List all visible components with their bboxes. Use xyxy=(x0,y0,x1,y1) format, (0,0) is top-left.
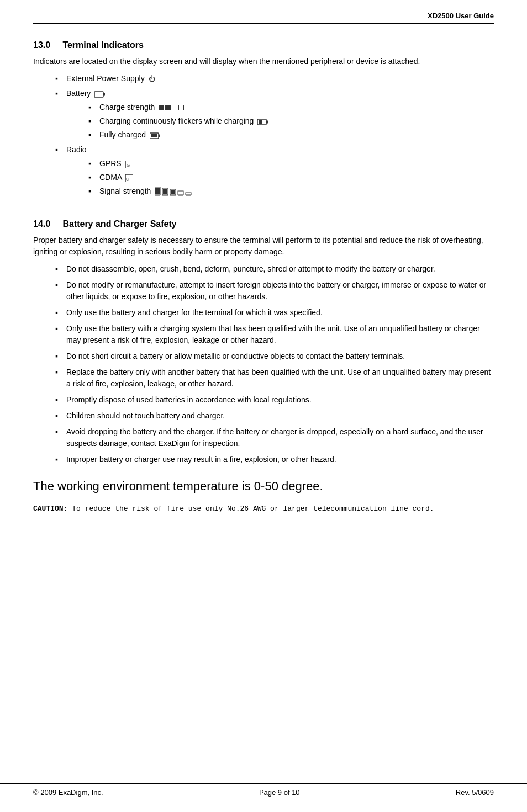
list-item-charging-flicker: Charging continuously flickers while cha… xyxy=(88,115,494,127)
list-item-fully-charged: Fully charged xyxy=(88,129,494,141)
external-power-supply-label: External Power Supply xyxy=(66,74,145,83)
charge-strength-icon xyxy=(159,105,184,110)
svg-rect-13 xyxy=(155,188,160,194)
safety-item-9: Avoid dropping the battery and the charg… xyxy=(55,426,494,449)
svg-text:C: C xyxy=(126,177,129,181)
battery-label: Battery xyxy=(66,89,91,98)
section-13-intro: Indicators are located on the display sc… xyxy=(33,56,494,67)
svg-rect-19 xyxy=(171,190,175,194)
list-item-signal-strength: Signal strength xyxy=(88,185,494,197)
cdma-icon: C xyxy=(125,173,133,183)
fully-charged-label: Fully charged xyxy=(99,130,146,139)
working-temp-text: The working environment temperature is 0… xyxy=(33,479,494,495)
section-13-heading: 13.0 Terminal Indicators xyxy=(33,40,494,50)
list-item-gprs: GPRS G xyxy=(88,158,494,169)
list-item-charge-strength: Charge strength xyxy=(88,102,494,113)
caution-text: To reduce the risk of fire use only No.2… xyxy=(72,505,434,513)
signal-strength-icon xyxy=(155,187,199,196)
svg-rect-23 xyxy=(186,193,191,195)
battery-icon xyxy=(94,89,106,99)
safety-item-7: Promptly dispose of used batteries in ac… xyxy=(55,394,494,406)
footer-left: © 2009 ExaDigm, Inc. xyxy=(33,788,103,797)
charge-strength-label: Charge strength xyxy=(99,103,155,112)
section-14-number: 14.0 xyxy=(33,219,50,229)
svg-text:G: G xyxy=(127,163,130,168)
list-item-cdma: CDMA C xyxy=(88,172,494,183)
caution-label: CAUTION: xyxy=(33,505,67,513)
header-title: XD2500 User Guide xyxy=(428,12,494,20)
section-13-list: External Power Supply ⏻— Battery xyxy=(55,73,494,197)
page-header: XD2500 User Guide xyxy=(33,11,494,24)
svg-rect-1 xyxy=(103,93,105,95)
power-supply-icon: ⏻— xyxy=(149,74,162,84)
gprs-label: GPRS xyxy=(99,159,122,168)
section-14-intro: Proper battery and charger safety is nec… xyxy=(33,235,494,258)
section-13-title: Terminal Indicators xyxy=(62,40,143,50)
safety-item-4: Only use the battery with a charging sys… xyxy=(55,323,494,346)
charge-flicker-icon xyxy=(257,116,268,126)
safety-item-8: Children should not touch battery and ch… xyxy=(55,410,494,422)
caution-block: CAUTION: To reduce the risk of fire use … xyxy=(33,503,494,514)
page-footer: © 2009 ExaDigm, Inc. Page 9 of 10 Rev. 5… xyxy=(0,783,527,801)
signal-strength-label: Signal strength xyxy=(99,187,151,195)
section-13-number: 13.0 xyxy=(33,40,50,50)
radio-subitems: GPRS G CDMA C xyxy=(88,158,494,197)
footer-right: Rev. 5/0609 xyxy=(456,788,494,797)
list-item-radio: Radio GPRS G CDMA xyxy=(55,144,494,197)
safety-list: Do not disassemble, open, crush, bend, d… xyxy=(55,263,494,465)
safety-item-1: Do not disassemble, open, crush, bend, d… xyxy=(55,263,494,275)
svg-rect-0 xyxy=(94,92,103,97)
gprs-icon: G xyxy=(125,159,133,169)
svg-rect-6 xyxy=(159,134,160,137)
safety-item-6: Replace the battery only with another ba… xyxy=(55,367,494,390)
safety-item-3: Only use the battery and charger for the… xyxy=(55,307,494,319)
svg-rect-3 xyxy=(266,120,268,123)
footer-center: Page 9 of 10 xyxy=(259,788,300,797)
radio-label: Radio xyxy=(66,145,87,154)
section-14: 14.0 Battery and Charger Safety Proper b… xyxy=(33,219,494,465)
safety-item-10: Improper battery or charger use may resu… xyxy=(55,454,494,465)
svg-rect-21 xyxy=(178,191,183,195)
svg-rect-7 xyxy=(151,134,157,137)
list-item-battery: Battery Charge strength xyxy=(55,88,494,141)
section-13: 13.0 Terminal Indicators Indicators are … xyxy=(33,40,494,197)
svg-rect-4 xyxy=(259,120,262,124)
cdma-label: CDMA xyxy=(99,173,122,182)
section-14-heading: 14.0 Battery and Charger Safety xyxy=(33,219,494,229)
safety-item-2: Do not modify or remanufacture, attempt … xyxy=(55,279,494,302)
list-item-power-supply: External Power Supply ⏻— xyxy=(55,73,494,84)
svg-rect-16 xyxy=(163,189,167,194)
charging-flicker-label: Charging continuously flickers while cha… xyxy=(99,116,254,125)
fully-charged-icon xyxy=(150,130,161,140)
battery-subitems: Charge strength Charging continuously fl… xyxy=(88,102,494,141)
section-14-title: Battery and Charger Safety xyxy=(62,219,176,229)
safety-item-5: Do not short circuit a battery or allow … xyxy=(55,351,494,362)
